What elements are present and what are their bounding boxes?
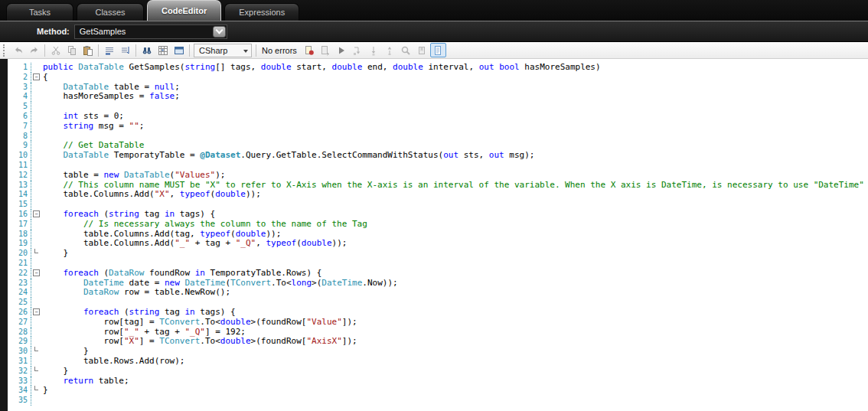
- copy-button[interactable]: [64, 43, 80, 57]
- special-chars-button[interactable]: [155, 43, 171, 57]
- fold-column[interactable]: −: [31, 308, 43, 318]
- cut-button[interactable]: [47, 43, 64, 57]
- fold-column[interactable]: [31, 249, 43, 259]
- undo-button[interactable]: [10, 43, 26, 57]
- step-out-button[interactable]: [382, 43, 398, 57]
- line-number: 12: [8, 171, 31, 181]
- outdent-button[interactable]: [101, 43, 117, 57]
- line-number: 29: [8, 337, 31, 347]
- fold-column[interactable]: −: [31, 210, 43, 220]
- fold-column: [31, 122, 43, 132]
- run-button[interactable]: [334, 43, 350, 57]
- fold-collapse-icon[interactable]: −: [33, 269, 40, 276]
- toolbar-grip: [3, 44, 7, 57]
- tab-codeeditor[interactable]: CodeEditor: [147, 0, 221, 21]
- code-text: table.Columns.Add("_" + tag + "_Q", type…: [43, 239, 347, 249]
- breakpoint-icon: [304, 45, 315, 56]
- code-line[interactable]: 7 string msg = "";: [8, 122, 868, 132]
- fold-column: [31, 63, 43, 73]
- step-over-button[interactable]: [350, 43, 366, 57]
- fold-collapse-icon[interactable]: −: [33, 308, 40, 315]
- fold-column[interactable]: [31, 367, 43, 377]
- tab-tasks-label: Tasks: [29, 8, 51, 17]
- paste-button[interactable]: [80, 43, 96, 57]
- tab-expressions[interactable]: Expressions: [224, 3, 299, 21]
- redo-icon: [29, 45, 40, 56]
- document-button[interactable]: [430, 43, 446, 57]
- fold-column: [31, 396, 43, 406]
- code-line[interactable]: 32 }: [8, 367, 868, 377]
- method-select-arrow-button[interactable]: [213, 26, 226, 38]
- indent-button[interactable]: [117, 43, 133, 57]
- method-select[interactable]: GetSamples: [74, 24, 227, 39]
- fold-column: [31, 161, 43, 171]
- step-into-button[interactable]: [366, 43, 382, 57]
- redo-button[interactable]: [26, 43, 42, 57]
- line-number: 3: [8, 83, 31, 93]
- code-editor-area[interactable]: 1public DataTable GetSamples(string[] ta…: [0, 59, 868, 411]
- line-number: 22: [8, 269, 31, 279]
- bookmark-icon: [416, 45, 427, 56]
- method-select-value: GetSamples: [80, 27, 126, 36]
- line-number: 14: [8, 190, 31, 200]
- code-line[interactable]: 20 }: [8, 249, 868, 259]
- code-line[interactable]: 1public DataTable GetSamples(string[] ta…: [8, 63, 868, 73]
- window-button[interactable]: [171, 43, 187, 57]
- code-line[interactable]: 29 row["X"] = TConvert.To<double>(foundR…: [8, 337, 868, 347]
- watch-button[interactable]: [398, 43, 414, 57]
- code-line[interactable]: 24 DataRow row = table.NewRow();: [8, 288, 868, 298]
- code-line[interactable]: 33 return table;: [8, 377, 868, 387]
- fold-column[interactable]: −: [31, 73, 43, 83]
- code-line[interactable]: 10 DataTable TemporatyTable = @Dataset.Q…: [8, 151, 868, 161]
- code-line[interactable]: 5: [8, 102, 868, 112]
- fold-column: [31, 132, 43, 142]
- line-number: 6: [8, 112, 31, 122]
- tab-codeeditor-label: CodeEditor: [162, 6, 207, 15]
- build-button[interactable]: [318, 43, 334, 57]
- line-number: 28: [8, 328, 31, 338]
- fold-collapse-icon[interactable]: −: [33, 210, 40, 217]
- line-number: 7: [8, 122, 31, 132]
- chevron-down-icon: [215, 27, 223, 34]
- code-line[interactable]: 19 table.Columns.Add("_" + tag + "_Q", t…: [8, 239, 868, 249]
- code-line[interactable]: 4 hasMoreSamples = false;: [8, 92, 868, 102]
- tab-tasks[interactable]: Tasks: [6, 3, 73, 21]
- toolbar-separator: [256, 44, 256, 57]
- tab-expressions-label: Expressions: [239, 8, 285, 17]
- breakpoint-button[interactable]: [302, 43, 318, 57]
- line-number: 23: [8, 279, 31, 289]
- step-out-icon: [384, 45, 395, 56]
- build-icon: [320, 45, 331, 56]
- line-number: 10: [8, 151, 31, 161]
- toolbar-separator: [135, 44, 136, 57]
- code-line[interactable]: 34}: [8, 386, 868, 396]
- fold-column: [31, 357, 43, 367]
- line-number: 17: [8, 220, 31, 230]
- code-line[interactable]: 31 table.Rows.Add(row);: [8, 357, 868, 367]
- fold-column[interactable]: −: [31, 269, 43, 279]
- find-button[interactable]: [139, 43, 155, 57]
- step-into-icon: [368, 45, 379, 56]
- code-line[interactable]: 35: [8, 396, 868, 406]
- fold-column: [31, 288, 43, 298]
- special-chars-icon: [158, 45, 168, 56]
- code-text: }: [43, 386, 48, 396]
- fold-collapse-icon[interactable]: −: [33, 73, 40, 80]
- line-number: 20: [8, 249, 31, 259]
- bookmark-button[interactable]: [414, 43, 430, 57]
- watch-icon: [400, 45, 411, 56]
- code-lines[interactable]: 1public DataTable GetSamples(string[] ta…: [8, 59, 868, 411]
- toolbar-separator: [189, 44, 190, 57]
- fold-column[interactable]: [31, 347, 43, 357]
- tab-classes[interactable]: Classes: [77, 3, 144, 21]
- undo-icon: [13, 45, 24, 56]
- code-line[interactable]: 14 table.Columns.Add("X", typeof(double)…: [8, 190, 868, 200]
- line-number: 25: [8, 298, 31, 308]
- fold-column: [31, 279, 43, 289]
- language-select[interactable]: CSharp: [194, 44, 252, 57]
- line-number: 32: [8, 367, 31, 377]
- fold-column[interactable]: [31, 386, 43, 396]
- line-number: 9: [8, 141, 31, 151]
- fold-column: [31, 102, 43, 112]
- fold-end-icon: [34, 367, 38, 371]
